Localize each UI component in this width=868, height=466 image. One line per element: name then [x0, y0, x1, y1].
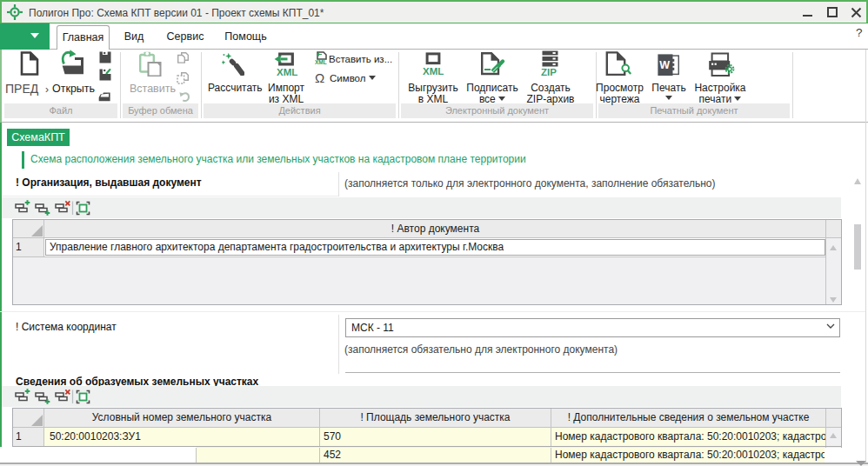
svg-text:W: W [659, 59, 670, 71]
svg-text:XML: XML [315, 59, 327, 65]
